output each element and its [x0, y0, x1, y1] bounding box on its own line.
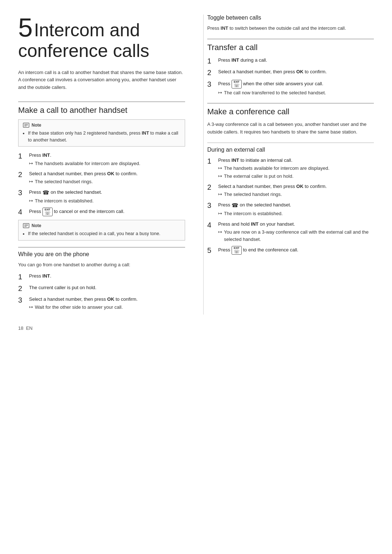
note-item-1-1: If the base station only has 2 registere… [28, 130, 180, 144]
conference-steps: 1 Press INT to initiate an internal call… [207, 157, 374, 255]
note-header-2: Note [23, 223, 180, 228]
transfer-steps: 1 Press INT during a call. 2 Select a ha… [207, 57, 374, 97]
right-column: Toggle between calls Press INT to switch… [203, 15, 374, 315]
conf-step-3: 3 Press ☎ on the selected handset. The i… [207, 201, 374, 217]
exit-btn-2: EXIT☏ [232, 80, 242, 89]
exit-btn-1: EXIT☏ [42, 208, 53, 216]
make-call-title: Make a call to another handset [18, 106, 185, 115]
note-item-2-1: If the selected handset is occupied in a… [28, 230, 180, 237]
make-call-step-1: 1 Press INT. The handsets available for … [18, 152, 185, 167]
while-step-2: 2 The current caller is put on hold. [18, 284, 185, 293]
toggle-text: Press INT to switch between the outside … [207, 25, 374, 32]
while-on-phone-intro: You can go from one handset to another d… [18, 261, 185, 269]
note-list-2: If the selected handset is occupied in a… [23, 230, 180, 237]
conference-title: Make a conference call [207, 107, 374, 116]
divider-during-external [207, 143, 374, 143]
note-icon-2 [23, 223, 29, 228]
transfer-step-3: 3 Press EXIT☏ when the other side answer… [207, 80, 374, 97]
note-box-1: Note If the base station only has 2 regi… [18, 119, 185, 147]
phone-icon-1: ☎ [42, 188, 49, 197]
during-external-title: During an external call [207, 147, 374, 153]
note-list-1: If the base station only has 2 registere… [23, 130, 180, 144]
make-call-steps: 1 Press INT. The handsets available for … [18, 152, 185, 216]
divider-make-call [18, 102, 185, 102]
conf-step-5: 5 Press EXIT☏ to end the conference call… [207, 246, 374, 255]
transfer-step-1: 1 Press INT during a call. [207, 57, 374, 65]
note-header-1: Note [23, 123, 180, 128]
while-on-phone-steps: 1 Press INT. 2 The current caller is put… [18, 272, 185, 311]
while-step-3: 3 Select a handset number, then press OK… [18, 296, 185, 311]
footer-page-num: 18 [18, 325, 23, 331]
left-column: 5 Intercom and conference calls An inter… [18, 15, 189, 315]
while-step-1: 1 Press INT. [18, 272, 185, 281]
toggle-title: Toggle between calls [207, 15, 374, 21]
conf-step-1: 1 Press INT to initiate an internal call… [207, 157, 374, 180]
conf-step-4: 4 Press and hold INT on your handset. Yo… [207, 221, 374, 243]
divider-transfer [207, 39, 374, 39]
note-icon-1 [23, 123, 29, 128]
make-call-step-4: 4 Press EXIT☏ to cancel or end the inter… [18, 208, 185, 216]
footer-lang: EN [26, 325, 33, 331]
transfer-title: Transfer a call [207, 43, 374, 52]
divider-while-on-phone [18, 247, 185, 247]
exit-btn-3: EXIT☏ [232, 246, 242, 255]
page-footer: 18 EN [18, 325, 374, 331]
note-label-2: Note [32, 223, 41, 228]
phone-icon-2: ☎ [232, 201, 238, 209]
make-call-step-2: 2 Select a handset number, then press OK… [18, 170, 185, 185]
chapter-title: Intercom and conference calls [18, 20, 149, 61]
conf-step-2: 2 Select a handset number, then press OK… [207, 183, 374, 198]
conference-intro: A 3-way conference call is a call betwee… [207, 121, 374, 136]
while-on-phone-title: While you are on the phone [18, 251, 185, 258]
note-box-2: Note If the selected handset is occupied… [18, 220, 185, 241]
note-label-1: Note [32, 123, 41, 128]
chapter-number: 5 [18, 13, 33, 42]
chapter-heading: 5 Intercom and conference calls [18, 15, 185, 62]
divider-conference [207, 103, 374, 103]
make-call-step-3: 3 Press ☎ on the selected handset. The i… [18, 188, 185, 205]
chapter-intro: An intercom call is a call to another ha… [18, 69, 185, 91]
transfer-step-2: 2 Select a handset number, then press OK… [207, 68, 374, 77]
